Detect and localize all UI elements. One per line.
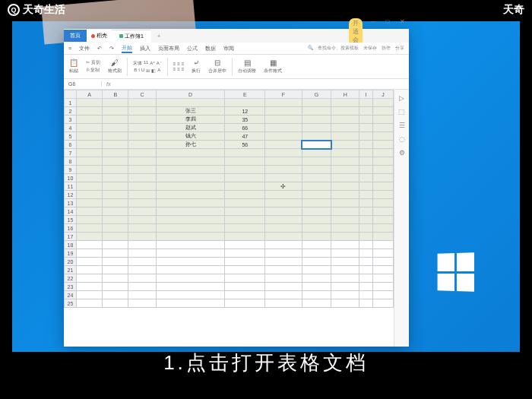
cell-J2[interactable] [372,107,393,116]
cell-I15[interactable] [359,216,373,224]
cell-A18[interactable] [77,241,103,249]
menu-formula[interactable]: 公式 [187,45,198,52]
cell-C17[interactable] [128,233,157,241]
align-mid-icon[interactable]: ≡ [177,62,180,66]
cell-I16[interactable] [359,224,373,233]
cell-C9[interactable] [128,166,157,174]
cell-E16[interactable] [225,224,265,233]
cell-I11[interactable] [359,182,373,191]
cell-H1[interactable] [331,99,359,107]
menu-insert[interactable]: 插入 [140,45,150,52]
cell-B15[interactable] [103,216,128,224]
cell-D3[interactable]: 李四 [156,116,224,124]
cell-I22[interactable] [359,274,373,283]
tab-templates[interactable]: 稻壳 [87,30,112,42]
row-header-3[interactable]: 3 [65,116,77,124]
cell-A3[interactable] [77,116,103,124]
menu-redo-icon[interactable]: ↷ [109,46,114,52]
cell-E20[interactable] [225,258,265,266]
cell-A23[interactable] [77,283,103,291]
cell-J23[interactable] [372,283,393,291]
cell-G23[interactable] [302,283,331,291]
menu-data[interactable]: 数据 [205,45,216,52]
cell-I14[interactable] [359,207,373,216]
col-header-E[interactable]: E [225,90,265,99]
cell-I7[interactable] [359,149,373,157]
cell-A11[interactable] [77,182,103,191]
cell-D2[interactable]: 张三 [156,107,224,116]
cell-G1[interactable] [302,99,331,107]
bold-button[interactable]: B [134,68,137,73]
row-header-8[interactable]: 8 [65,157,77,166]
cell-E8[interactable] [225,157,265,166]
cell-F20[interactable] [265,258,302,266]
cell-F10[interactable] [265,174,302,182]
cell-E2[interactable]: 12 [225,107,265,116]
menu-undo-icon[interactable]: ↶ [97,46,102,52]
cell-A1[interactable] [77,99,103,107]
cell-I18[interactable] [359,241,373,249]
cell-J13[interactable] [372,199,393,207]
row-header-4[interactable]: 4 [65,124,77,132]
cell-D23[interactable] [156,283,224,291]
cell-D25[interactable] [156,299,224,308]
cell-J17[interactable] [372,233,393,241]
cell-E9[interactable] [225,166,265,174]
cell-C20[interactable] [128,258,157,266]
row-header-9[interactable]: 9 [65,166,77,174]
cell-H8[interactable] [331,157,359,166]
cell-H17[interactable] [331,233,359,241]
cell-G24[interactable] [302,291,331,299]
cell-F19[interactable] [265,249,302,258]
cell-A7[interactable] [77,149,103,157]
row-header-5[interactable]: 5 [65,132,77,141]
cell-E10[interactable] [225,174,265,182]
cell-E3[interactable]: 35 [225,116,265,124]
cell-I1[interactable] [359,99,373,107]
cell-G10[interactable] [302,174,331,182]
collab-button[interactable]: 协作 [382,45,391,52]
cell-C22[interactable] [128,274,157,283]
row-header-25[interactable]: 25 [65,299,77,308]
cell-J8[interactable] [372,157,393,166]
cell-A24[interactable] [77,291,103,299]
cell-J12[interactable] [372,191,393,199]
cell-F12[interactable] [265,191,302,199]
cell-B18[interactable] [103,241,128,249]
col-header-A[interactable]: A [77,90,103,99]
cell-B9[interactable] [103,166,128,174]
col-header-I[interactable]: I [359,90,373,99]
col-header-B[interactable]: B [103,90,128,99]
cell-G17[interactable] [302,233,331,241]
cell-F6[interactable] [265,141,302,149]
cell-C18[interactable] [128,241,157,249]
col-header-C[interactable]: C [128,90,157,99]
cell-I23[interactable] [359,283,373,291]
cell-D1[interactable] [156,99,224,107]
color-button[interactable]: A [157,68,160,73]
cell-F8[interactable] [265,157,302,166]
cell-G7[interactable] [302,149,331,157]
cell-J1[interactable] [372,99,393,107]
cell-D20[interactable] [156,258,224,266]
cell-A8[interactable] [77,157,103,166]
merge-button[interactable]: ⊟合并居中 [206,59,229,74]
cell-A16[interactable] [77,224,103,233]
cell-B2[interactable] [103,107,128,116]
col-header-D[interactable]: D [156,90,224,99]
cell-J20[interactable] [372,258,393,266]
cell-A20[interactable] [77,258,103,266]
cell-D12[interactable] [156,191,224,199]
cell-H23[interactable] [331,283,359,291]
cell-E15[interactable] [225,216,265,224]
cell-F9[interactable] [265,166,302,174]
cell-G14[interactable] [302,207,331,216]
cell-G15[interactable] [302,216,331,224]
row-header-6[interactable]: 6 [65,141,77,149]
cell-A22[interactable] [77,274,103,283]
cell-B23[interactable] [103,283,128,291]
cell-E5[interactable]: 47 [225,132,265,141]
cell-G6[interactable] [302,141,331,149]
cell-E24[interactable] [225,291,265,299]
search-input[interactable]: 查找命令、搜索模板 [318,45,359,52]
